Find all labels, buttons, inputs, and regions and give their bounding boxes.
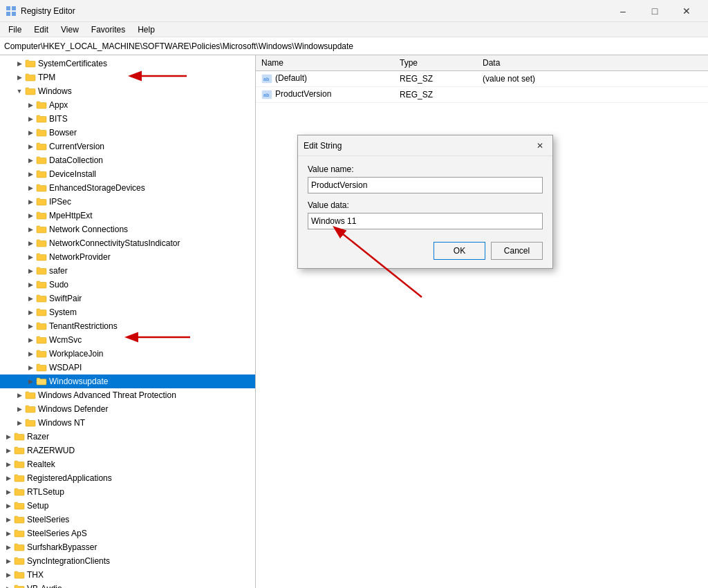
tree-item[interactable]: ▶ RegisteredApplications: [0, 471, 255, 485]
tree-expander[interactable]: ▶: [3, 431, 14, 442]
tree-expander[interactable]: ▶: [25, 279, 36, 290]
tree-expander[interactable]: ▶: [25, 362, 36, 373]
tree-expander[interactable]: ▶: [14, 417, 25, 428]
tree-item[interactable]: ▶ Bowser: [0, 126, 255, 140]
tree-item[interactable]: ▶ SurfsharkBypasser: [0, 540, 255, 554]
tree-expander[interactable]: ▶: [25, 113, 36, 124]
value-data-input[interactable]: [308, 213, 543, 229]
tree-item[interactable]: ▶ Windows Advanced Threat Protection: [0, 388, 255, 402]
tree-expander[interactable]: ▶: [25, 127, 36, 138]
menu-help[interactable]: Help: [132, 23, 160, 36]
tree-item[interactable]: ▶ MpeHttpExt: [0, 209, 255, 222]
tree-expander[interactable]: ▶: [3, 445, 14, 456]
tree-item[interactable]: ▶ Network Connections: [0, 222, 255, 236]
tree-expander[interactable]: ▶: [25, 293, 36, 304]
tree-item[interactable]: ▶ WSDAPI: [0, 361, 255, 374]
tree-item[interactable]: ▶ Setup: [0, 499, 255, 513]
folder-icon: [36, 141, 47, 152]
tree-item[interactable]: ▶ Appx: [0, 98, 255, 112]
tree-item[interactable]: ▶ TenantRestrictions: [0, 319, 255, 333]
tree-expander[interactable]: ▶: [14, 58, 25, 69]
tree-expander[interactable]: ▶: [25, 238, 36, 249]
tree-expander[interactable]: ▶: [25, 307, 36, 318]
tree-expander[interactable]: ▶: [25, 265, 36, 276]
menu-favorites[interactable]: Favorites: [86, 23, 131, 36]
tree-expander[interactable]: ▶: [3, 514, 14, 525]
tree-expander[interactable]: ▶: [3, 569, 14, 580]
tree-item[interactable]: ▶ Realtek: [0, 457, 255, 471]
folder-icon: [36, 169, 47, 180]
tree-expander[interactable]: ▶: [25, 252, 36, 263]
tree-expander[interactable]: ▶: [25, 210, 36, 221]
tree-expander[interactable]: ▶: [25, 99, 36, 111]
tree-label: Network Connections: [49, 225, 128, 234]
tree-expander[interactable]: ▶: [14, 72, 25, 83]
tree-item[interactable]: ▶ TPM: [0, 70, 255, 84]
tree-item[interactable]: ▶ SteelSeries: [0, 513, 255, 527]
maximize-button[interactable]: □: [639, 0, 671, 22]
tree-item[interactable]: ▶ Windows Defender: [0, 402, 255, 416]
tree-item[interactable]: ▶ NetworkProvider: [0, 250, 255, 264]
tree-expander[interactable]: ▶: [14, 404, 25, 415]
tree-expander[interactable]: ▶: [14, 390, 25, 401]
tree-item[interactable]: ▶ SystemCertificates: [0, 57, 255, 70]
tree-item[interactable]: ▶ Razer: [0, 430, 255, 444]
tree-item[interactable]: ▶ WcmSvc: [0, 333, 255, 347]
tree-item[interactable]: ▶ Windows NT: [0, 416, 255, 430]
cancel-button[interactable]: Cancel: [491, 242, 543, 260]
tree-item[interactable]: ▶ NetworkConnectivityStatusIndicator: [0, 236, 255, 250]
tree-expander[interactable]: ▶: [3, 500, 14, 511]
tree-label: WcmSvc: [49, 335, 82, 345]
tree-item[interactable]: ▶ CurrentVersion: [0, 140, 255, 153]
svg-text:ab: ab: [263, 93, 269, 97]
tree-expander[interactable]: ▶: [3, 556, 14, 567]
tree-expander[interactable]: ▶: [25, 224, 36, 235]
tree-item[interactable]: ▶ EnhancedStorageDevices: [0, 181, 255, 195]
value-name-input[interactable]: [308, 177, 543, 193]
tree-item[interactable]: ▶ safer: [0, 264, 255, 278]
table-row[interactable]: ab (Default)REG_SZ(value not set): [256, 71, 708, 87]
table-row[interactable]: ab ProductVersionREG_SZ: [256, 87, 708, 103]
tree-item[interactable]: ▶ SwiftPair: [0, 292, 255, 305]
tree-item[interactable]: ▶ SteelSeries ApS: [0, 527, 255, 540]
tree-item[interactable]: ▶ WorkplaceJoin: [0, 347, 255, 361]
tree-expander[interactable]: ▶: [3, 473, 14, 484]
tree-expander[interactable]: ▶: [25, 321, 36, 332]
tree-expander[interactable]: ▶: [25, 348, 36, 359]
dialog-close-button[interactable]: ✕: [533, 139, 547, 153]
tree-item[interactable]: ▶ RAZERWUD: [0, 444, 255, 457]
tree-item[interactable]: ▶ DataCollection: [0, 153, 255, 167]
minimize-button[interactable]: –: [607, 0, 639, 22]
tree-item[interactable]: ▶ SyncIntegrationClients: [0, 554, 255, 568]
tree-expander[interactable]: ▶: [3, 542, 14, 553]
tree-expander[interactable]: ▶: [3, 528, 14, 539]
tree-item[interactable]: ▶ DeviceInstall: [0, 167, 255, 181]
tree-item[interactable]: ▶ BITS: [0, 112, 255, 126]
tree-item[interactable]: ▶ THX: [0, 568, 255, 582]
menu-view[interactable]: View: [55, 23, 84, 36]
tree-panel[interactable]: ▶ SystemCertificates▶ TPM▼ Windows▶ Appx…: [0, 55, 256, 588]
tree-expander[interactable]: ▶: [25, 334, 36, 345]
tree-expander[interactable]: ▶: [25, 155, 36, 166]
tree-expander[interactable]: ▶: [3, 486, 14, 497]
tree-item[interactable]: ▶ IPSec: [0, 195, 255, 209]
tree-expander[interactable]: ▼: [14, 86, 25, 97]
tree-expander[interactable]: ▶: [25, 196, 36, 207]
tree-label: RegisteredApplications: [27, 473, 112, 483]
close-button[interactable]: ✕: [671, 0, 702, 22]
menu-file[interactable]: File: [3, 23, 27, 36]
tree-expander[interactable]: ▶: [25, 182, 36, 193]
tree-item[interactable]: ▶ VB-Audio: [0, 582, 255, 588]
tree-item[interactable]: ▶ System: [0, 305, 255, 319]
menu-edit[interactable]: Edit: [28, 23, 54, 36]
tree-item[interactable]: ▶ Windowsupdate: [0, 374, 255, 388]
tree-expander[interactable]: ▶: [25, 141, 36, 152]
tree-expander[interactable]: ▶: [25, 169, 36, 180]
tree-expander[interactable]: ▶: [3, 583, 14, 588]
tree-item[interactable]: ▼ Windows: [0, 84, 255, 98]
ok-button[interactable]: OK: [434, 242, 485, 260]
tree-item[interactable]: ▶ Sudo: [0, 278, 255, 292]
tree-expander[interactable]: ▶: [25, 376, 36, 387]
tree-item[interactable]: ▶ RTLSetup: [0, 485, 255, 499]
tree-expander[interactable]: ▶: [3, 459, 14, 470]
